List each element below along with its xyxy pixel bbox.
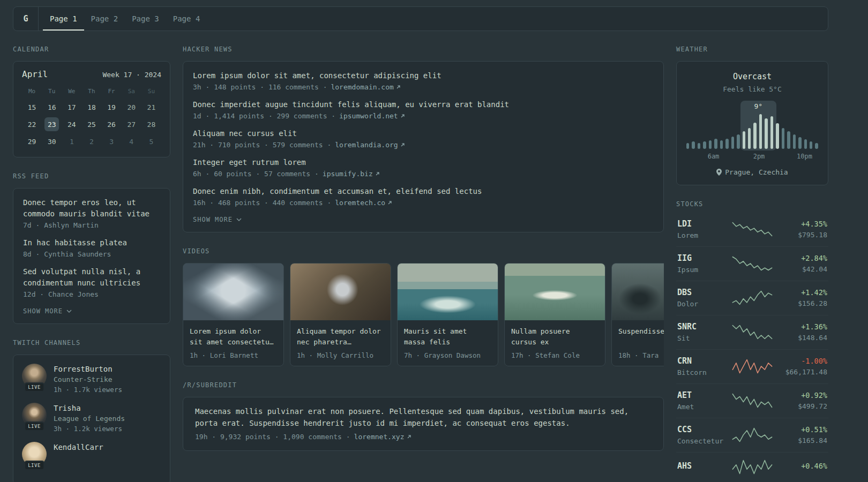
stock-id: CCS Consectetur — [677, 425, 731, 445]
news-domain-link[interactable]: loremdomain.com — [331, 83, 400, 91]
external-link-icon — [400, 142, 405, 147]
weather-widget-label: WEATHER — [676, 46, 828, 53]
news-title-link[interactable]: Donec imperdiet augue tincidunt felis al… — [193, 99, 654, 110]
stock-name: Consectetur — [677, 437, 731, 445]
calendar-grid: 15 16 17 18 19 20 21 22 23 24 25 26 27 2… — [22, 100, 161, 149]
rss-item: Sed volutpat nulla nisl, a condimentum n… — [23, 266, 160, 298]
weekday-label: Fr — [102, 88, 122, 95]
calendar-day: 24 — [62, 117, 81, 132]
channel-avatar[interactable]: LIVE — [22, 403, 47, 427]
weather-feels-like: Feels like 5°C — [685, 85, 819, 93]
channel-category-link[interactable]: League of Legends — [54, 415, 125, 423]
channel-avatar[interactable]: LIVE — [22, 442, 47, 466]
channel-name-link[interactable]: ForrestBurton — [54, 365, 122, 373]
tab-page-3[interactable]: Page 3 — [125, 7, 166, 31]
video-card-body: Suspendisse diam 18h · Tara — [612, 320, 664, 366]
stock-ticker[interactable]: AHS — [677, 461, 731, 471]
videos-widget: VIDEOS Lorem ipsum dolor sit amet consec… — [183, 247, 664, 366]
stock-values: -1.00% $66,171.48 — [773, 357, 827, 376]
calendar-widget: CALENDAR April Week 17 · 2024 Mo Tu We T… — [13, 46, 170, 157]
calendar-day: 15 — [22, 100, 42, 115]
channel-name-link[interactable]: Trisha — [54, 404, 125, 412]
news-title-link[interactable]: Integer eget rutrum lorem — [193, 157, 654, 168]
hackernews-widget: HACKER NEWS Lorem ipsum dolor sit amet, … — [183, 46, 664, 232]
weather-condition: Overcast — [685, 72, 819, 81]
post-title-link[interactable]: Maecenas mollis pulvinar erat non posuer… — [195, 406, 652, 429]
stock-sparkline — [731, 427, 773, 443]
rss-show-more-button[interactable]: SHOW MORE — [23, 306, 72, 316]
rss-item-title-link[interactable]: Sed volutpat nulla nisl, a condimentum n… — [23, 266, 160, 289]
calendar-day: 28 — [141, 117, 161, 132]
video-title-link[interactable]: Suspendisse diam — [618, 326, 664, 348]
external-link-icon — [400, 114, 405, 118]
stock-row[interactable]: LDI Lorem +4.35% $795.18 — [676, 216, 828, 247]
stock-ticker[interactable]: LDI — [677, 219, 731, 229]
video-thumbnail[interactable] — [505, 263, 605, 320]
news-domain-text: loremdomain.com — [331, 83, 393, 91]
stock-row[interactable]: CCS Consectetur +0.51% $165.84 — [676, 418, 828, 453]
channel-name-link[interactable]: KendallCarr — [54, 443, 103, 451]
video-title-link[interactable]: Aliquam tempor dolor nec pharetra… — [297, 326, 384, 348]
stock-price: $795.18 — [773, 231, 827, 239]
videos-scroll-row[interactable]: Lorem ipsum dolor sit amet consectetu… 1… — [183, 263, 664, 366]
news-domain-text: loremtech.co — [335, 199, 385, 207]
tab-page-1[interactable]: Page 1 — [43, 7, 84, 31]
stock-row[interactable]: DBS Dolor +1.42% $156.28 — [676, 281, 828, 315]
news-domain-link[interactable]: loremtech.co — [335, 199, 392, 207]
stock-ticker[interactable]: AET — [677, 390, 731, 400]
weather-time-axis: 6am 2pm 10pm — [685, 153, 819, 161]
stock-ticker[interactable]: CRN — [677, 356, 731, 366]
stock-id: IIG Ipsum — [677, 253, 731, 274]
rss-item-title-link[interactable]: In hac habitasse platea — [23, 237, 160, 248]
video-title-link[interactable]: Mauris sit amet massa felis — [404, 326, 491, 348]
right-column: WEATHER Overcast Feels like 5°C 9° 6am 2… — [676, 46, 828, 482]
news-title-link[interactable]: Donec enim nibh, condimentum et accumsan… — [193, 186, 654, 197]
weekday-label: Th — [81, 88, 101, 95]
stock-row[interactable]: IIG Ipsum +2.84% $42.04 — [676, 247, 828, 281]
video-thumbnail[interactable] — [183, 263, 283, 320]
stock-change: +1.42% — [773, 288, 827, 297]
tab-page-2[interactable]: Page 2 — [84, 7, 125, 31]
video-title-link[interactable]: Nullam posuere cursus ex — [511, 326, 598, 348]
video-thumbnail[interactable] — [398, 263, 498, 320]
rss-card: Donec tempor eros leo, ut commodo mauris… — [13, 188, 170, 324]
video-thumbnail[interactable] — [290, 263, 391, 320]
news-title-link[interactable]: Lorem ipsum dolor sit amet, consectetur … — [193, 70, 654, 81]
video-meta: 18h · Tara — [618, 351, 664, 359]
news-domain-link[interactable]: loremlandia.org — [335, 141, 405, 149]
video-title-link[interactable]: Lorem ipsum dolor sit amet consectetu… — [190, 326, 277, 348]
stock-row[interactable]: CRN Bitcorn -1.00% $66,171.48 — [676, 350, 828, 384]
news-domain-link[interactable]: ipsumworld.net — [339, 112, 405, 120]
calendar-day: 26 — [102, 117, 122, 132]
stock-change: -1.00% — [773, 357, 827, 365]
stock-ticker[interactable]: IIG — [677, 253, 731, 263]
app-logo[interactable]: G — [13, 7, 39, 31]
stock-row[interactable]: SNRC Sit +1.36% $148.64 — [676, 315, 828, 350]
stock-name: Ipsum — [677, 266, 731, 274]
news-domain-link[interactable]: ipsumify.biz — [323, 170, 380, 178]
stock-ticker[interactable]: CCS — [677, 425, 731, 434]
channel-info: ForrestBurton Counter-Strike 1h · 1.7k v… — [54, 364, 122, 394]
news-item: Aliquam nec cursus elit 21h · 710 points… — [193, 128, 654, 149]
tab-page-4[interactable]: Page 4 — [166, 7, 207, 31]
news-item: Integer eget rutrum lorem 6h · 60 points… — [193, 157, 654, 178]
hackernews-show-more-button[interactable]: SHOW MORE — [193, 215, 242, 224]
video-thumbnail[interactable] — [612, 263, 664, 320]
calendar-header: April Week 17 · 2024 — [22, 69, 161, 79]
twitch-channel-row: LIVE KendallCarr — [22, 442, 161, 466]
weather-time-label: 2pm — [753, 153, 765, 160]
stock-ticker[interactable]: DBS — [677, 288, 731, 297]
rss-item-meta: 8d · Cynthia Saunders — [23, 250, 160, 258]
channel-category-link[interactable]: Counter-Strike — [54, 375, 122, 383]
rss-item-title-link[interactable]: Donec tempor eros leo, ut commodo mauris… — [23, 197, 160, 220]
channel-avatar[interactable]: LIVE — [22, 364, 47, 388]
stock-ticker[interactable]: SNRC — [677, 322, 731, 332]
stock-row[interactable]: AHS +0.46% — [676, 453, 828, 482]
calendar-day-today: 23 — [44, 117, 59, 131]
stock-row[interactable]: AET Amet +0.92% $499.72 — [676, 384, 828, 418]
stock-id: AET Amet — [677, 390, 731, 411]
news-title-link[interactable]: Aliquam nec cursus elit — [193, 128, 654, 139]
hackernews-card: Lorem ipsum dolor sit amet, consectetur … — [183, 61, 664, 232]
news-meta-text: 6h · 60 points · 57 comments · — [193, 170, 319, 178]
post-domain-link[interactable]: loremnet.xyz — [354, 433, 411, 441]
